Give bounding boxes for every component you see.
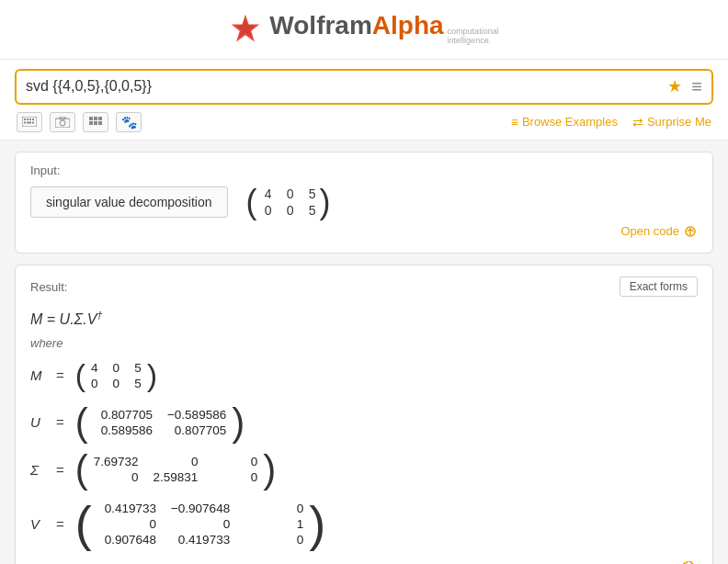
S-12: 0 — [212, 470, 257, 484]
logo-sub2: intelligence. — [448, 37, 499, 46]
Sigma-matrix: ( 7.69732 0 0 0 2.59831 0 ) — [75, 452, 276, 487]
mc-1-2: 5 — [305, 203, 316, 218]
M-02: 5 — [134, 361, 142, 375]
svg-rect-7 — [24, 122, 26, 124]
V-grid: 0.419733 −0.907648 0 0 0 1 0.907648 0.41… — [92, 500, 310, 548]
search-icons: ★ ≡ — [667, 76, 702, 97]
search-input[interactable] — [26, 78, 667, 95]
M-eq: = — [56, 367, 64, 383]
S-10: 0 — [94, 470, 139, 484]
input-section: Input: singular value decomposition ( 4 … — [15, 152, 713, 254]
grid-icon[interactable] — [83, 112, 108, 132]
U-grid: 0.807705 −0.589586 0.589586 0.807705 — [88, 406, 232, 439]
right-bracket: ) — [320, 186, 331, 219]
M-grid: 4 0 5 0 0 5 — [85, 359, 147, 392]
V-var-label: V — [30, 516, 45, 532]
main-content: Input: singular value decomposition ( 4 … — [0, 141, 728, 564]
matrix-content: 4 0 5 0 0 5 — [257, 185, 320, 220]
V-12: 1 — [245, 517, 303, 531]
V-02: 0 — [245, 502, 303, 515]
S-00: 7.69732 — [94, 455, 139, 468]
svg-rect-18 — [98, 121, 102, 125]
V-10: 0 — [97, 517, 156, 531]
V-21: 0.419733 — [171, 533, 230, 547]
S-11: 2.59831 — [154, 470, 199, 484]
favorite-icon[interactable]: ★ — [667, 76, 682, 96]
shuffle-icon: ⇄ — [632, 115, 643, 130]
U-01: −0.589586 — [167, 408, 226, 422]
svg-rect-3 — [24, 118, 26, 120]
V-right-bracket: ) — [309, 502, 325, 547]
header: Wolfram Alpha computational intelligence… — [0, 0, 728, 60]
V-matrix-row: V = ( 0.419733 −0.907648 0 0 0 1 0.90764… — [30, 500, 698, 548]
V-01: −0.907648 — [171, 502, 230, 515]
V-eq: = — [56, 516, 64, 532]
surprise-me-label: Surprise Me — [647, 115, 711, 129]
M-left-bracket: ( — [75, 361, 85, 389]
mc-0-1: 0 — [283, 186, 294, 201]
M-right-bracket: ) — [147, 361, 157, 389]
left-bracket: ( — [246, 186, 257, 219]
camera-icon[interactable] — [50, 112, 75, 132]
V-11: 0 — [171, 517, 230, 531]
input-text-value: singular value decomposition — [30, 186, 228, 218]
input-display: singular value decomposition ( 4 0 5 0 0… — [30, 185, 698, 220]
browse-examples-link[interactable]: ≡ Browse Examples — [511, 115, 618, 130]
svg-rect-17 — [94, 121, 97, 125]
svg-point-11 — [60, 120, 65, 126]
keyboard-icon[interactable] — [17, 112, 42, 132]
M-00: 4 — [91, 361, 98, 375]
surprise-me-link[interactable]: ⇄ Surprise Me — [632, 115, 711, 130]
open-code-area: Open code — [30, 220, 698, 243]
V-00: 0.419733 — [97, 502, 156, 515]
toolbar-right: ≡ Browse Examples ⇄ Surprise Me — [511, 115, 711, 130]
V-left-bracket: ( — [75, 502, 92, 547]
input-matrix: ( 4 0 5 0 0 5 ) — [246, 185, 331, 220]
open-code-link[interactable]: Open code — [620, 223, 698, 238]
mc-0-2: 5 — [305, 186, 316, 201]
V-20: 0.907648 — [97, 533, 156, 547]
M-matrix-row: M = ( 4 0 5 0 0 5 ) — [30, 359, 698, 392]
Sigma-matrix-row: Σ = ( 7.69732 0 0 0 2.59831 0 ) — [30, 452, 698, 487]
svg-rect-8 — [27, 122, 31, 124]
svg-rect-5 — [29, 118, 31, 120]
U-left-bracket: ( — [75, 405, 88, 440]
U-right-bracket: ) — [232, 405, 245, 440]
where-text: where — [30, 336, 698, 350]
result-header: Result: Exact forms — [30, 276, 698, 297]
M-01: 0 — [113, 361, 120, 375]
M-12: 5 — [134, 377, 142, 390]
open-code-label: Open code — [620, 224, 679, 238]
mc-1-1: 0 — [283, 203, 294, 218]
logo-wolfram: Wolfram — [269, 11, 372, 40]
Sigma-eq: = — [56, 462, 64, 478]
exact-forms-button[interactable]: Exact forms — [620, 276, 698, 297]
U-11: 0.807705 — [167, 423, 226, 437]
hamburger-icon[interactable]: ≡ — [691, 76, 702, 97]
math-content: M = U.Σ.V† where M = ( 4 0 5 0 0 5 — [30, 306, 698, 564]
search-bar: ★ ≡ — [15, 69, 713, 105]
V-22: 0 — [245, 533, 303, 547]
M-10: 0 — [91, 377, 98, 390]
Sigma-right-bracket: ) — [263, 452, 276, 487]
svg-rect-16 — [89, 121, 93, 125]
mc-0-0: 4 — [261, 186, 272, 201]
wolfram-assistant-icon[interactable]: 🐾 — [116, 112, 142, 132]
list-icon: ≡ — [511, 115, 518, 130]
M-var-label: M — [30, 367, 45, 383]
svg-rect-14 — [94, 117, 97, 120]
logo-alpha: Alpha — [372, 11, 444, 40]
Sigma-var-label: Σ — [30, 462, 45, 478]
U-matrix-row: U = ( 0.807705 −0.589586 0.589586 0.8077… — [30, 405, 698, 440]
svg-rect-9 — [32, 122, 34, 124]
input-label: Input: — [30, 164, 698, 177]
U-eq: = — [56, 414, 64, 430]
M-matrix: ( 4 0 5 0 0 5 ) — [75, 359, 157, 392]
result-label: Result: — [30, 280, 67, 294]
Sigma-left-bracket: ( — [75, 452, 88, 487]
V-matrix: ( 0.419733 −0.907648 0 0 0 1 0.907648 0.… — [75, 500, 326, 548]
U-00: 0.807705 — [94, 408, 153, 422]
cloud-upload-icon — [683, 223, 698, 238]
logo: Wolfram Alpha computational intelligence… — [229, 11, 498, 48]
S-02: 0 — [212, 455, 257, 468]
